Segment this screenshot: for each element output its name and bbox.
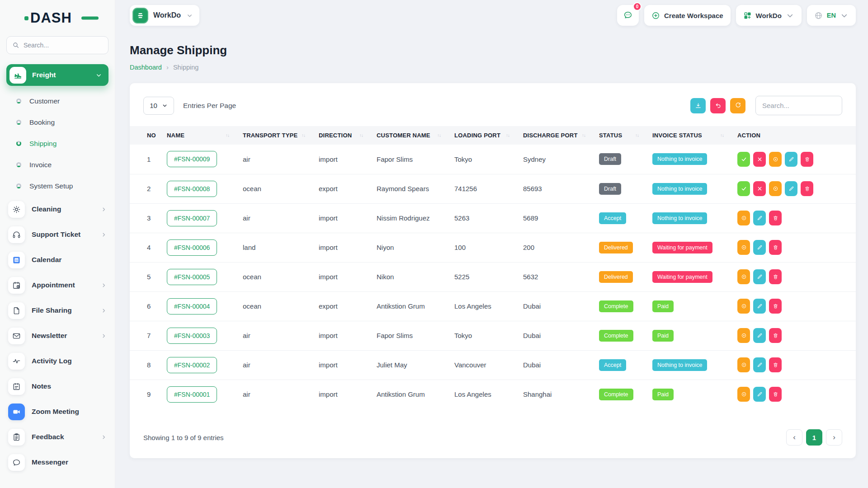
edit-button[interactable] [753,211,766,225]
sort-icon[interactable]: ↑↓ [720,133,724,138]
shipping-name-button[interactable]: #FSN-00005 [167,269,217,285]
delete-button[interactable] [769,240,782,255]
cell-invoice-status: Nothing to invoice [647,174,732,203]
entries-per-page-select[interactable]: 10 [143,97,174,115]
edit-button[interactable] [753,269,766,284]
view-button[interactable] [737,269,750,284]
column-header-direction[interactable]: DIRECTION↑↓ [313,126,371,145]
sidebar-item-feedback[interactable]: Feedback [6,424,108,450]
export-button[interactable] [690,98,706,113]
table-search-input[interactable] [755,96,842,115]
sidebar-subitem-customer[interactable]: Customer [6,90,108,112]
sidebar-item-file-sharing[interactable]: File Sharing [6,298,108,323]
messages-button[interactable]: 0 [617,5,639,26]
trash-icon [773,362,778,368]
status-badge: Draft [599,183,621,195]
refresh-button[interactable] [730,98,745,113]
page-1-button[interactable]: 1 [806,429,822,446]
prev-page-button[interactable]: ‹ [786,429,802,446]
sidebar-item-newsletter[interactable]: Newsletter [6,323,108,348]
edit-button[interactable] [753,387,766,402]
action-buttons [737,181,850,196]
delete-button[interactable] [769,328,782,343]
workspace-menu-button[interactable]: WorkDo [736,5,802,26]
shipping-name-button[interactable]: #FSN-00008 [167,181,217,197]
app-logo[interactable]: DASH [24,10,92,26]
shipping-name-button[interactable]: #FSN-00001 [167,386,217,403]
workspace-selector[interactable]: WorkDo [130,5,199,26]
sidebar-item-calendar[interactable]: 31Calendar [6,247,108,272]
sidebar-subitem-shipping[interactable]: Shipping [6,133,108,154]
sidebar-search-input[interactable] [24,42,103,49]
reset-button[interactable] [710,98,726,113]
sidebar-group-freight[interactable]: Freight [6,64,108,86]
sidebar-subitem-system-setup[interactable]: System Setup [6,175,108,197]
view-button[interactable] [737,240,750,255]
column-header-customer-name[interactable]: CUSTOMER NAME↑↓ [371,126,449,145]
next-page-button[interactable]: › [826,429,842,446]
shipping-name-button[interactable]: #FSN-00009 [167,151,217,167]
column-header-transport-type[interactable]: TRANSPORT TYPE↑↓ [237,126,313,145]
column-header-loading-port[interactable]: LOADING PORT↑↓ [449,126,518,145]
column-header-discharge-port[interactable]: DISCHARGE PORT↑↓ [518,126,594,145]
shipping-name-button[interactable]: #FSN-00006 [167,239,217,256]
sort-icon[interactable]: ↑↓ [359,133,363,138]
sort-icon[interactable]: ↑↓ [635,133,639,138]
edit-button[interactable] [753,328,766,343]
view-button[interactable] [737,299,750,314]
shipping-name-button[interactable]: #FSN-00007 [167,210,217,226]
column-header-name[interactable]: NAME↑↓ [161,126,237,145]
edit-button[interactable] [753,299,766,314]
view-button[interactable] [737,328,750,343]
edit-button[interactable] [785,152,797,167]
shipping-name-button[interactable]: #FSN-00002 [167,357,217,373]
sidebar-item-appointment[interactable]: Appointment [6,272,108,298]
breadcrumb-dashboard-link[interactable]: Dashboard [130,64,162,71]
delete-button[interactable] [801,152,813,167]
shipping-name-button[interactable]: #FSN-00004 [167,298,217,314]
edit-button[interactable] [753,240,766,255]
approve-button[interactable] [737,181,750,196]
view-button[interactable] [769,181,782,196]
sidebar-item-activity-log[interactable]: Activity Log [6,348,108,374]
reject-button[interactable] [753,152,766,167]
sidebar-subitem-invoice[interactable]: Invoice [6,154,108,175]
sidebar-item-label: Appointment [32,281,101,289]
edit-button[interactable] [753,357,766,372]
delete-button[interactable] [769,387,782,402]
table-footer: Showing 1 to 9 of 9 entries ‹ 1 › [130,429,856,458]
column-header-status[interactable]: STATUS↑↓ [594,126,647,145]
sidebar-item-support-ticket[interactable]: Support Ticket [6,222,108,247]
delete-button[interactable] [769,357,782,372]
delete-button[interactable] [801,181,813,196]
cell-customer-name: Raymond Spears [371,174,449,203]
sidebar-item-cleaning[interactable]: Cleaning [6,197,108,222]
status-badge: Complete [599,300,633,312]
workspace-icon [132,8,148,23]
language-selector[interactable]: EN [807,5,856,26]
sidebar-subitem-booking[interactable]: Booking [6,112,108,133]
sidebar-item-notes[interactable]: Notes [6,374,108,399]
view-button[interactable] [737,387,750,402]
delete-button[interactable] [769,269,782,284]
cell-no: 2 [130,174,161,203]
reject-button[interactable] [753,181,766,196]
column-label: TRANSPORT TYPE [243,132,297,139]
sort-icon[interactable]: ↑↓ [506,133,509,138]
sidebar-item-zoom-meeting[interactable]: Zoom Meeting [6,399,108,424]
view-button[interactable] [737,211,750,225]
sidebar-item-messenger[interactable]: Messenger [6,450,108,475]
sort-icon[interactable]: ↑↓ [582,133,585,138]
column-header-invoice-status[interactable]: INVOICE STATUS↑↓ [647,126,732,145]
view-button[interactable] [769,152,782,167]
sort-icon[interactable]: ↑↓ [302,133,305,138]
approve-button[interactable] [737,152,750,167]
view-button[interactable] [737,357,750,372]
delete-button[interactable] [769,299,782,314]
shipping-name-button[interactable]: #FSN-00003 [167,328,217,344]
sort-icon[interactable]: ↑↓ [226,133,229,138]
delete-button[interactable] [769,211,782,225]
sort-icon[interactable]: ↑↓ [437,133,441,138]
edit-button[interactable] [785,181,797,196]
create-workspace-button[interactable]: Create Workspace [644,5,731,26]
